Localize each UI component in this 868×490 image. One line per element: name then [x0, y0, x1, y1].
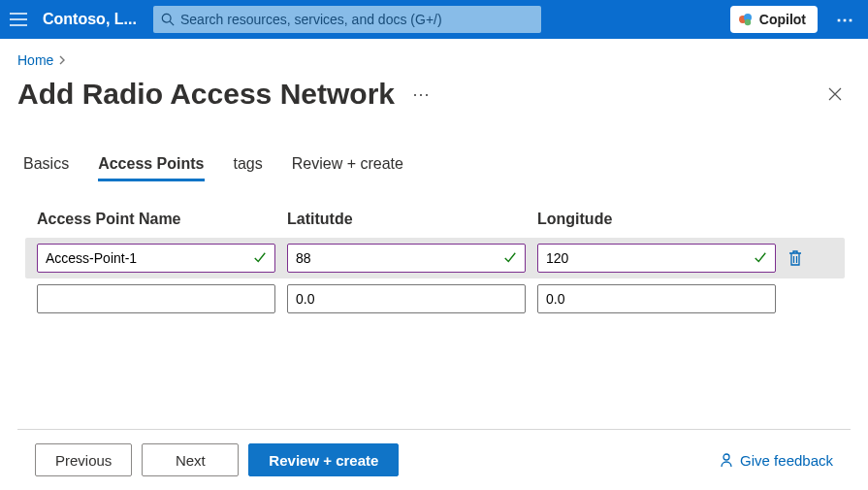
menu-icon[interactable]: [8, 9, 29, 30]
previous-button[interactable]: Previous: [35, 443, 132, 476]
search-box[interactable]: [153, 6, 541, 33]
svg-line-1: [170, 21, 174, 25]
name-input[interactable]: [46, 291, 267, 307]
breadcrumb-home[interactable]: Home: [17, 52, 53, 68]
table-row: [25, 238, 845, 278]
copilot-icon: [738, 12, 754, 27]
copilot-label: Copilot: [759, 12, 806, 27]
latitude-input[interactable]: [296, 250, 503, 266]
page-content: Home Add Radio Access Network ⋯ Basics A…: [0, 39, 868, 490]
name-input[interactable]: [46, 250, 253, 266]
page-title: Add Radio Access Network: [17, 78, 395, 111]
longitude-input[interactable]: [546, 250, 754, 266]
search-input[interactable]: [180, 12, 533, 27]
latitude-field[interactable]: [287, 284, 526, 313]
name-field[interactable]: [37, 244, 275, 273]
feedback-label: Give feedback: [740, 452, 833, 469]
breadcrumb: Home: [17, 52, 851, 68]
feedback-icon: [719, 452, 734, 468]
tab-basics[interactable]: Basics: [23, 155, 69, 181]
close-icon[interactable]: [820, 82, 851, 106]
copilot-button[interactable]: Copilot: [730, 6, 818, 33]
longitude-input[interactable]: [546, 291, 767, 307]
column-header-name: Access Point Name: [37, 211, 275, 228]
delete-row-button[interactable]: [788, 249, 811, 267]
tab-tags[interactable]: tags: [234, 155, 263, 181]
check-icon: [253, 251, 267, 265]
longitude-field[interactable]: [537, 244, 776, 273]
next-button[interactable]: Next: [142, 443, 239, 476]
tab-access-points[interactable]: Access Points: [98, 155, 204, 181]
title-more-icon[interactable]: ⋯: [412, 83, 432, 105]
name-field[interactable]: [37, 284, 275, 313]
svg-point-5: [723, 454, 729, 460]
tabs: Basics Access Points tags Review + creat…: [17, 155, 851, 181]
chevron-right-icon: [57, 55, 67, 65]
review-create-button[interactable]: Review + create: [248, 443, 399, 476]
column-header-latitude: Latitutde: [287, 211, 526, 228]
check-icon: [503, 251, 517, 265]
give-feedback-link[interactable]: Give feedback: [719, 452, 833, 469]
latitude-input[interactable]: [296, 291, 517, 307]
column-header-longitude: Longitude: [537, 211, 776, 228]
top-bar: Contoso, L... Copilot ⋯: [0, 0, 868, 39]
footer: Previous Next Review + create Give feedb…: [17, 429, 851, 490]
longitude-field[interactable]: [537, 284, 776, 313]
more-icon[interactable]: ⋯: [831, 9, 858, 30]
search-icon: [161, 13, 175, 26]
table-row: [37, 278, 845, 319]
check-icon: [754, 251, 767, 265]
svg-point-0: [162, 14, 171, 22]
tenant-name[interactable]: Contoso, L...: [43, 11, 140, 28]
latitude-field[interactable]: [287, 244, 526, 273]
title-bar: Add Radio Access Network ⋯: [17, 78, 851, 111]
access-points-table: Access Point Name Latitutde Longitude: [17, 211, 851, 319]
svg-point-4: [745, 19, 751, 25]
table-headers: Access Point Name Latitutde Longitude: [37, 211, 845, 228]
tab-review-create[interactable]: Review + create: [292, 155, 403, 181]
